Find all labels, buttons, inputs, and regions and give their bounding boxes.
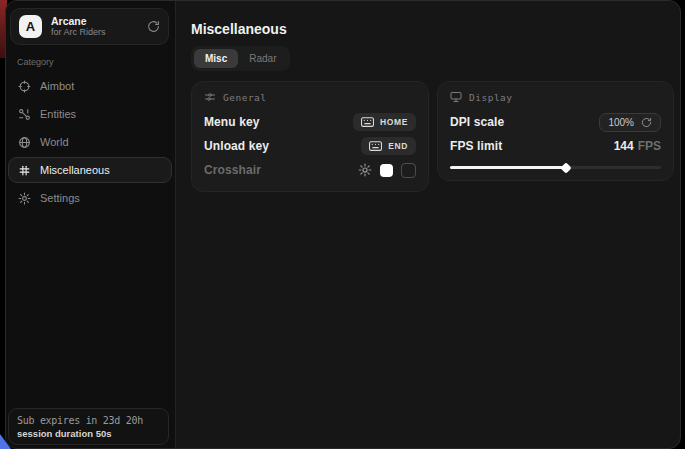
crosshair-settings-gear-icon[interactable] <box>358 163 372 177</box>
dpi-scale-control[interactable]: 100% <box>599 113 661 132</box>
grid-icon <box>18 164 31 177</box>
sidebar-item-label: World <box>40 136 69 148</box>
tab-radar[interactable]: Radar <box>238 49 287 68</box>
unload-key-label: Unload key <box>204 139 269 153</box>
fps-limit-label: FPS limit <box>450 139 502 153</box>
globe-icon <box>18 136 31 149</box>
fps-limit-value: 144FPS <box>614 139 661 153</box>
crosshair-checkbox[interactable] <box>401 163 416 178</box>
app-title: Arcane <box>51 15 147 27</box>
session-duration-text: session duration 50s <box>17 427 160 440</box>
sidebar-item-label: Aimbot <box>40 80 74 92</box>
fps-limit-slider[interactable] <box>450 166 661 169</box>
crosshair-icon <box>18 80 31 93</box>
subscription-status-card: Sub expires in 23d 20h session duration … <box>8 408 169 445</box>
general-card-title: General <box>223 92 267 103</box>
sidebar-item-aimbot[interactable]: Aimbot <box>8 73 172 99</box>
dpi-scale-row: DPI scale 100% <box>450 112 661 132</box>
sidebar-item-entities[interactable]: Entities <box>8 101 172 127</box>
logo-text: Arcane for Arc Riders <box>51 15 147 38</box>
tab-misc[interactable]: Misc <box>194 49 238 68</box>
sidebar-nav: Aimbot Entities World <box>8 73 172 213</box>
app-window: A Arcane for Arc Riders Category Aimbot <box>5 0 681 449</box>
sync-icon[interactable] <box>147 20 160 33</box>
logo-card[interactable]: A Arcane for Arc Riders <box>10 8 169 45</box>
app-subtitle: for Arc Riders <box>51 27 147 38</box>
sidebar-item-miscellaneous[interactable]: Miscellaneous <box>8 157 172 183</box>
sidebar-item-label: Settings <box>40 192 80 204</box>
sidebar: A Arcane for Arc Riders Category Aimbot <box>6 1 176 448</box>
app-logo-avatar: A <box>19 15 42 38</box>
crosshair-controls <box>358 163 416 178</box>
unload-key-bind-button[interactable]: END <box>361 137 416 155</box>
tab-bar: Misc Radar <box>191 46 290 71</box>
display-card-header: Display <box>450 91 661 103</box>
menu-key-value: HOME <box>380 117 408 127</box>
entities-icon <box>18 108 31 121</box>
sidebar-item-label: Miscellaneous <box>40 164 110 176</box>
refresh-icon[interactable] <box>641 117 652 128</box>
general-card-header: General <box>204 91 416 103</box>
main-content: Miscellaneous Misc Radar General <box>177 1 680 448</box>
sub-expiry-text: Sub expires in 23d 20h <box>17 414 160 427</box>
sliders-icon <box>204 91 216 103</box>
display-card: Display DPI scale 100% FPS limit <box>437 81 674 181</box>
sidebar-item-settings[interactable]: Settings <box>8 185 172 211</box>
page-title: Miscellaneous <box>191 21 287 37</box>
gear-icon <box>18 192 31 205</box>
sidebar-item-world[interactable]: World <box>8 129 172 155</box>
dpi-scale-value: 100% <box>608 117 634 128</box>
unload-key-row: Unload key END <box>204 136 416 156</box>
crosshair-color-swatch[interactable] <box>380 164 393 177</box>
fps-number: 144 <box>614 139 634 153</box>
unload-key-value: END <box>388 141 408 151</box>
fps-slider-thumb[interactable] <box>560 162 571 173</box>
fps-unit: FPS <box>638 139 661 153</box>
keyboard-icon <box>369 141 382 151</box>
sidebar-item-label: Entities <box>40 108 76 120</box>
menu-key-row: Menu key HOME <box>204 112 416 132</box>
dpi-scale-label: DPI scale <box>450 115 504 129</box>
crosshair-label: Crosshair <box>204 163 261 177</box>
category-label: Category <box>17 57 54 67</box>
menu-key-bind-button[interactable]: HOME <box>353 113 416 131</box>
settings-cards: General Menu key HOME Unload key <box>191 81 674 192</box>
monitor-icon <box>450 91 462 103</box>
general-card: General Menu key HOME Unload key <box>191 81 429 192</box>
display-card-title: Display <box>469 92 513 103</box>
keyboard-icon <box>361 117 374 127</box>
fps-slider-fill <box>450 166 566 169</box>
crosshair-row: Crosshair <box>204 160 416 180</box>
menu-key-label: Menu key <box>204 115 260 129</box>
fps-limit-row: FPS limit 144FPS <box>450 136 661 156</box>
